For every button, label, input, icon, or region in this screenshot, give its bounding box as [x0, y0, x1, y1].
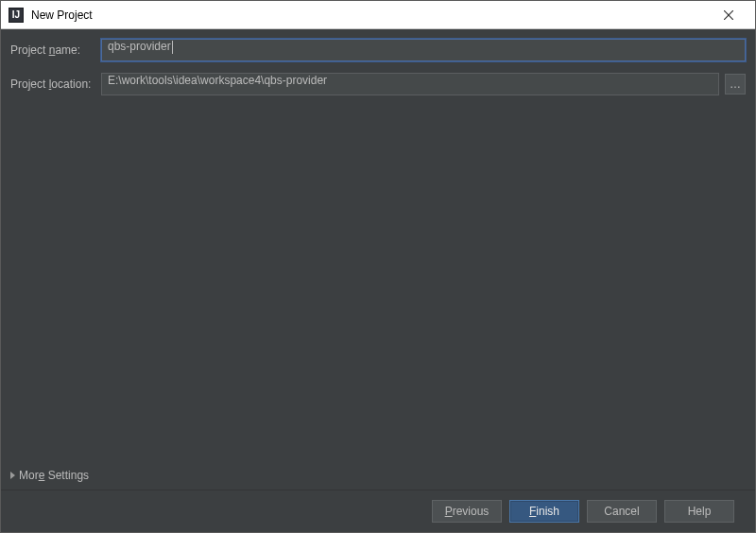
button-mnemonic: P — [445, 505, 453, 518]
label-text: ame: — [55, 43, 80, 57]
project-location-row: Project location: E:\work\tools\idea\wor… — [10, 73, 746, 95]
new-project-dialog: IJ New Project Project name: qbs-provide… — [0, 0, 756, 533]
button-label: revious — [453, 505, 490, 518]
label-text: Project — [10, 43, 49, 57]
window-title: New Project — [31, 9, 710, 22]
dialog-body: Project name: qbs-provider Project locat… — [1, 29, 755, 532]
browse-location-button[interactable]: … — [725, 74, 746, 95]
label-text: Mor — [19, 469, 39, 482]
help-button[interactable]: Help — [664, 500, 734, 523]
empty-area — [10, 107, 746, 463]
close-icon — [724, 10, 733, 20]
button-bar: Previous Finish Cancel Help — [10, 490, 746, 532]
ellipsis-icon: … — [730, 77, 741, 91]
app-icon: IJ — [9, 8, 24, 23]
input-value: E:\work\tools\idea\workspace4\qbs-provid… — [108, 74, 327, 87]
project-name-label: Project name: — [10, 43, 101, 57]
label-text: ocation: — [51, 77, 91, 91]
close-button[interactable] — [710, 2, 747, 28]
project-name-input[interactable]: qbs-provider — [101, 39, 746, 61]
project-location-label: Project location: — [10, 77, 101, 91]
button-label: Help — [688, 505, 712, 518]
label-text: Project — [10, 77, 49, 91]
label-text: Settings — [44, 469, 89, 482]
text-caret — [172, 41, 173, 54]
button-label: Cancel — [604, 505, 639, 518]
input-value: qbs-provider — [108, 40, 171, 53]
project-name-row: Project name: qbs-provider — [10, 39, 746, 61]
titlebar: IJ New Project — [1, 1, 755, 29]
chevron-right-icon — [10, 472, 15, 479]
cancel-button[interactable]: Cancel — [587, 500, 657, 523]
more-settings-toggle[interactable]: More Settings — [10, 463, 746, 490]
finish-button[interactable]: Finish — [509, 500, 579, 523]
button-label: inish — [536, 505, 559, 518]
previous-button[interactable]: Previous — [432, 500, 502, 523]
project-location-input[interactable]: E:\work\tools\idea\workspace4\qbs-provid… — [101, 73, 719, 95]
